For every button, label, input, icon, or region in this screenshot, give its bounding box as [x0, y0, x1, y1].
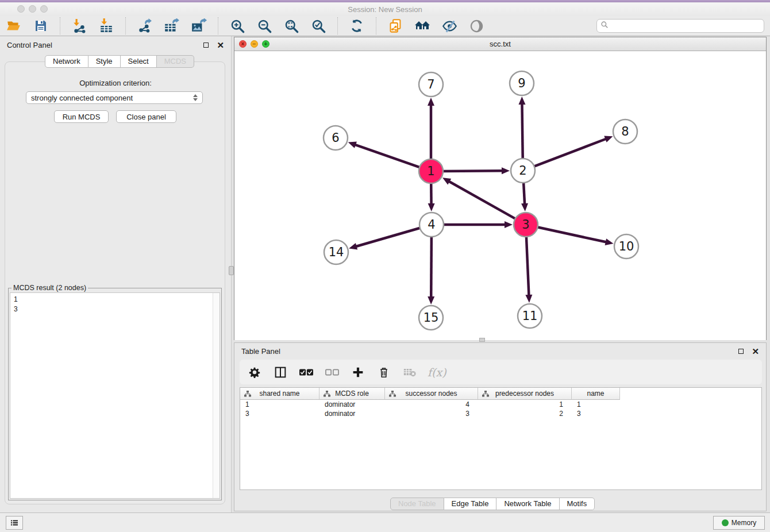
cell-predecessor-nodes[interactable]: 2 — [478, 410, 572, 418]
column-header-shared-name[interactable]: shared name — [240, 388, 319, 400]
close-panel-button[interactable]: Close panel — [116, 110, 176, 123]
memory-label: Memory — [732, 519, 756, 527]
cell-name[interactable]: 1 — [572, 400, 620, 408]
tab-network[interactable]: Network — [45, 55, 88, 68]
tab-select[interactable]: Select — [121, 55, 157, 68]
export-table-icon[interactable] — [164, 18, 180, 34]
eye-icon[interactable] — [468, 18, 484, 34]
cell-successor-nodes[interactable]: 3 — [385, 410, 478, 418]
main-toolbar — [0, 16, 770, 36]
graph-edge-4-15 — [431, 235, 432, 298]
memory-button[interactable]: Memory — [713, 516, 765, 530]
toolbar-separator — [376, 17, 376, 34]
float-table-panel-icon[interactable] — [738, 349, 744, 354]
zoom-selected-icon[interactable] — [310, 18, 326, 34]
export-image-icon[interactable] — [191, 18, 207, 34]
deselect-all-icon[interactable] — [324, 364, 340, 380]
toolbar-separator — [337, 17, 338, 34]
graph-node-label: 8 — [621, 125, 629, 138]
zoom-fit-icon[interactable] — [283, 18, 299, 34]
close-table-panel-icon[interactable]: ✕ — [752, 347, 759, 356]
toolbar-separator — [125, 17, 126, 34]
cell-shared-name[interactable]: 3 — [240, 410, 319, 418]
graph-edge-2-3 — [523, 181, 525, 205]
graph-edge-arrowhead — [604, 136, 613, 142]
divider-grip[interactable] — [229, 266, 234, 275]
home-icon[interactable] — [414, 18, 430, 34]
select-all-icon[interactable] — [298, 364, 314, 380]
task-history-button[interactable] — [6, 516, 23, 530]
tab-mcds[interactable]: MCDS — [157, 55, 194, 68]
optimization-criterion-select[interactable]: strongly connected component — [26, 91, 203, 104]
open-file-icon[interactable] — [6, 18, 22, 34]
tab-style[interactable]: Style — [88, 55, 121, 68]
horizontal-divider-grip[interactable] — [479, 338, 485, 342]
cell-mcds-role[interactable]: dominator — [319, 410, 385, 418]
zoom-out-icon[interactable] — [256, 18, 272, 34]
graph-edge-3-10 — [536, 227, 607, 242]
control-panel-tabs: Network Style Select MCDS — [45, 55, 194, 68]
graph-edge-arrowhead — [349, 243, 357, 250]
tab-edge-table[interactable]: Edge Table — [444, 498, 497, 510]
graph-node-label: 2 — [519, 164, 526, 178]
split-columns-icon[interactable] — [272, 364, 288, 380]
close-panel-icon[interactable]: ✕ — [217, 41, 224, 49]
graph-edge-arrowhead — [348, 142, 357, 148]
cell-name[interactable]: 3 — [572, 410, 620, 418]
network-search-field[interactable] — [596, 19, 764, 33]
list-icon — [11, 519, 18, 527]
cell-mcds-role[interactable]: dominator — [319, 400, 385, 408]
result-scrollbar[interactable] — [213, 293, 220, 498]
table-header-row: shared name MCDS role successor nodes pr… — [240, 388, 761, 400]
run-mcds-button[interactable]: Run MCDS — [54, 110, 109, 123]
graph-node-label: 7 — [427, 78, 434, 91]
graph-edge-2-9 — [522, 103, 522, 160]
cell-successor-nodes[interactable]: 4 — [385, 400, 478, 408]
graph-edge-arrowhead — [521, 203, 528, 211]
refresh-icon[interactable] — [349, 18, 365, 34]
zoom-in-icon[interactable] — [229, 18, 245, 34]
status-bar: Memory — [0, 512, 770, 532]
cell-predecessor-nodes[interactable]: 1 — [478, 400, 572, 408]
graph-node-label: 4 — [428, 218, 435, 232]
table-row[interactable]: 3 dominator 3 2 3 — [240, 409, 761, 418]
tab-node-table[interactable]: Node Table — [390, 498, 444, 510]
float-panel-icon[interactable] — [203, 43, 209, 48]
toolbar-separator — [218, 17, 218, 34]
export-network-icon[interactable] — [137, 18, 153, 34]
gear-icon[interactable] — [247, 364, 263, 380]
column-header-successor-nodes[interactable]: successor nodes — [385, 388, 478, 400]
table-panel: Table Panel ✕ f(x) sha — [234, 342, 767, 511]
network-canvas[interactable]: 7968124314101511 — [234, 51, 766, 340]
memory-status-icon — [722, 519, 729, 526]
cell-shared-name[interactable]: 1 — [240, 400, 319, 408]
network-view-window: × − + scc.txt 7968124314101511 — [234, 37, 767, 340]
graph-svg: 7968124314101511 — [234, 51, 766, 340]
graph-node-label: 9 — [518, 76, 525, 90]
search-input[interactable] — [611, 22, 760, 30]
import-network-icon[interactable] — [71, 18, 87, 34]
save-session-icon[interactable] — [33, 18, 49, 34]
graph-edge-4-14 — [356, 228, 422, 246]
column-header-mcds-role[interactable]: MCDS role — [319, 388, 385, 400]
column-header-predecessor-nodes[interactable]: predecessor nodes — [478, 388, 572, 400]
search-icon — [600, 21, 609, 31]
graph-edge-arrowhead — [605, 238, 614, 245]
graph-node-label: 14 — [329, 245, 344, 259]
graph-edge-arrowhead — [428, 296, 434, 304]
mcds-result-text[interactable]: 1 3 — [10, 292, 220, 499]
delete-icon[interactable] — [376, 364, 392, 380]
table-row[interactable]: 1 dominator 4 1 1 — [240, 400, 761, 409]
column-header-name[interactable]: name — [572, 388, 620, 400]
import-table-icon[interactable] — [98, 18, 114, 34]
window-title: Session: New Session — [0, 5, 770, 14]
table-panel-tabs: Node Table Edge Table Network Table Moti… — [390, 498, 595, 510]
clone-network-icon[interactable] — [387, 18, 403, 34]
graph-edge-arrowhead — [428, 203, 435, 211]
hide-panel-icon[interactable] — [441, 18, 457, 34]
graph-edge-1-2 — [441, 171, 503, 171]
tab-motifs[interactable]: Motifs — [560, 498, 595, 510]
graph-edge-2-8 — [533, 138, 606, 167]
tab-network-table[interactable]: Network Table — [496, 498, 559, 510]
add-row-icon[interactable] — [350, 364, 366, 380]
